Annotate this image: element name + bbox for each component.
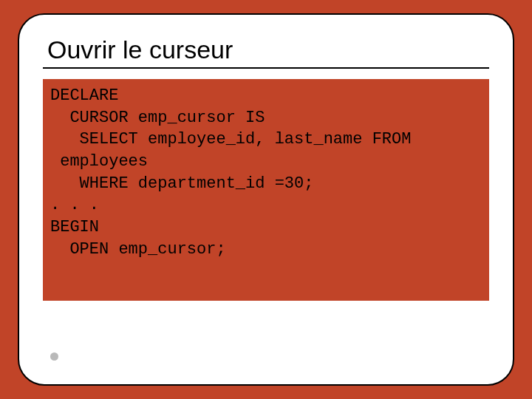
title-underline (43, 67, 489, 69)
slide-inner: Ouvrir le curseur DECLARE CURSOR emp_cur… (18, 13, 514, 386)
code-block: DECLARE CURSOR emp_cursor IS SELECT empl… (43, 79, 489, 301)
slide-number-dot (50, 352, 58, 361)
slide-title: Ouvrir le curseur (47, 35, 489, 64)
slide: Ouvrir le curseur DECLARE CURSOR emp_cur… (0, 0, 532, 399)
